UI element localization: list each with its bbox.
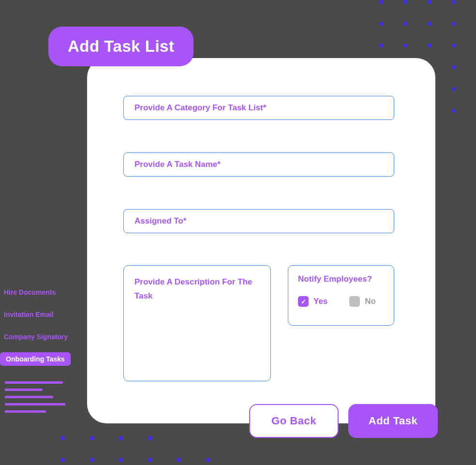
category-input[interactable]: Provide A Category For Task List* <box>123 96 394 120</box>
description-placeholder: Provide A Description For The Task <box>134 277 252 300</box>
notify-yes-label: Yes <box>313 297 327 306</box>
notify-option-yes[interactable]: ✓ Yes <box>298 296 327 307</box>
description-textarea[interactable]: Provide A Description For The Task <box>123 265 271 381</box>
sidebar-decorative-lines <box>0 381 82 413</box>
notify-option-no[interactable]: No <box>349 296 376 307</box>
notify-title: Notify Employees? <box>298 274 384 284</box>
notify-box: Notify Employees? ✓ Yes No <box>288 265 394 326</box>
decorative-dots-bottom <box>60 436 206 465</box>
sidebar: Hire Documents Invitatian Email Company … <box>0 285 82 413</box>
category-placeholder: Provide A Category For Task List* <box>134 103 266 113</box>
taskname-placeholder: Provide A Task Name* <box>134 160 221 169</box>
sidebar-item-hire-documents[interactable]: Hire Documents <box>0 285 82 299</box>
checkbox-unchecked-icon <box>349 296 360 307</box>
checkbox-checked-icon: ✓ <box>298 296 309 307</box>
go-back-button[interactable]: Go Back <box>249 404 339 438</box>
check-icon: ✓ <box>301 298 306 305</box>
sidebar-item-invitation-email[interactable]: Invitatian Email <box>0 308 82 321</box>
sidebar-item-onboarding-tasks[interactable]: Onboarding Tasks <box>0 352 71 366</box>
sidebar-item-company-signatory[interactable]: Company Signatory <box>0 330 82 344</box>
page-title: Add Task List <box>48 27 193 66</box>
taskname-input[interactable]: Provide A Task Name* <box>123 152 394 177</box>
assigned-input[interactable]: Assigned To* <box>123 209 394 233</box>
form-card: Provide A Category For Task List* Provid… <box>87 58 435 423</box>
notify-no-label: No <box>365 297 376 306</box>
add-task-button[interactable]: Add Task <box>348 404 438 438</box>
assigned-placeholder: Assigned To* <box>134 216 186 226</box>
